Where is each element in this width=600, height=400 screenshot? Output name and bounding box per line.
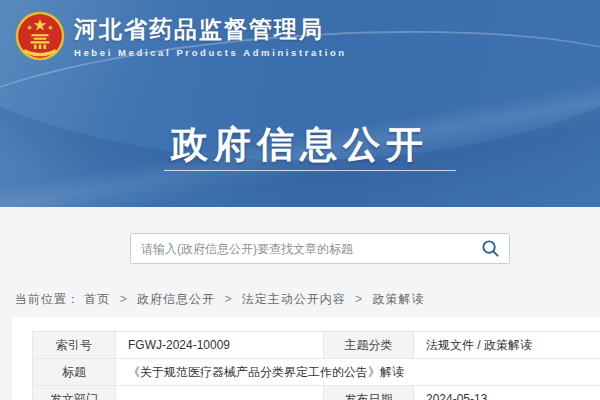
table-row: 发文部门 发布日期 2024-05-13 (33, 386, 600, 400)
issuing-department-value (116, 386, 324, 400)
title-label: 标题 (33, 359, 116, 386)
index-number-label: 索引号 (33, 332, 116, 359)
search-input[interactable] (131, 234, 471, 263)
breadcrumb-item-statutory-disclosure[interactable]: 法定主动公开内容 (242, 292, 346, 306)
table-row: 标题 《关于规范医疗器械产品分类界定工作的公告》解读 (33, 359, 600, 386)
national-emblem-icon (14, 8, 66, 64)
breadcrumb: 当前位置： 首页 > 政府信息公开 > 法定主动公开内容 > 政策解读 (15, 291, 424, 308)
title-underline-divider (164, 170, 456, 171)
breadcrumb-separator: > (355, 292, 363, 306)
search-bar (130, 233, 510, 264)
publish-date-label: 发布日期 (324, 386, 414, 400)
subject-category-label: 主题分类 (324, 332, 414, 359)
site-brand[interactable]: 河北省药品监督管理局 Hebei Medical Products Admini… (14, 8, 347, 64)
title-value: 《关于规范医疗器械产品分类界定工作的公告》解读 (116, 359, 600, 386)
breadcrumb-item-home[interactable]: 首页 (84, 292, 110, 306)
breadcrumb-separator: > (120, 292, 128, 306)
breadcrumb-item-policy-interpretation[interactable]: 政策解读 (372, 292, 424, 306)
index-number-value: FGWJ-2024-10009 (116, 332, 324, 359)
table-row: 索引号 FGWJ-2024-10009 主题分类 法规文件 / 政策解读 (33, 332, 600, 359)
publish-date-value: 2024-05-13 (414, 386, 600, 400)
site-subtitle: Hebei Medical Products Administration (74, 47, 347, 58)
document-detail-table: 索引号 FGWJ-2024-10009 主题分类 法规文件 / 政策解读 标题 … (32, 331, 600, 400)
page-title: 政府信息公开 (0, 120, 600, 170)
document-detail-card: 索引号 FGWJ-2024-10009 主题分类 法规文件 / 政策解读 标题 … (12, 318, 600, 400)
search-button[interactable] (471, 234, 509, 263)
breadcrumb-prefix: 当前位置： (15, 292, 80, 306)
site-title: 河北省药品监督管理局 (74, 14, 347, 44)
breadcrumb-separator: > (224, 292, 232, 306)
breadcrumb-item-gov-info[interactable]: 政府信息公开 (137, 292, 215, 306)
search-icon (481, 239, 500, 258)
subject-category-value: 法规文件 / 政策解读 (414, 332, 600, 359)
site-header: 河北省药品监督管理局 Hebei Medical Products Admini… (0, 0, 600, 207)
issuing-department-label: 发文部门 (33, 386, 116, 400)
